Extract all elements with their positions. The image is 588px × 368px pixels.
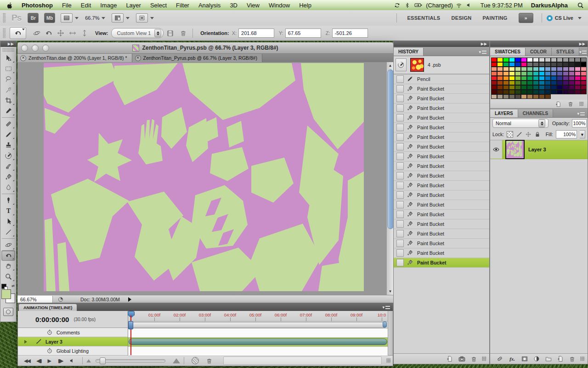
color-swatch[interactable] xyxy=(491,58,497,62)
status-proxy-icon[interactable] xyxy=(57,296,64,303)
color-swatch[interactable] xyxy=(533,67,539,71)
onion-skins-button[interactable] xyxy=(192,357,199,364)
arrange-documents-control[interactable] xyxy=(112,13,130,23)
color-swatch[interactable] xyxy=(515,80,521,85)
brush-icon[interactable] xyxy=(35,338,42,345)
history-state-row[interactable]: Paint Bucket xyxy=(394,181,489,190)
color-swatch[interactable] xyxy=(581,85,587,90)
color-swatch[interactable] xyxy=(503,58,509,62)
color-swatch[interactable] xyxy=(509,76,515,80)
move-tool[interactable] xyxy=(1,53,15,63)
color-swatch[interactable] xyxy=(527,85,533,90)
color-swatch[interactable] xyxy=(527,76,533,80)
color-swatch[interactable] xyxy=(539,58,545,62)
menu-clock[interactable]: Tue 9:37:52 PM xyxy=(481,2,523,9)
dock-collapse-bar[interactable]: ▶▶ xyxy=(394,41,489,47)
history-brush-source-checkbox[interactable] xyxy=(396,240,404,247)
color-swatch[interactable] xyxy=(509,94,515,99)
color-swatch[interactable] xyxy=(539,71,545,76)
playhead-marker[interactable] xyxy=(128,311,135,318)
color-swatch[interactable] xyxy=(533,94,539,99)
view-select[interactable]: Custom View 1 xyxy=(111,28,164,38)
color-swatch[interactable] xyxy=(557,62,563,67)
playhead-grab[interactable] xyxy=(128,321,133,329)
hand-tool[interactable] xyxy=(1,261,15,271)
timeline-zoom-thumb[interactable] xyxy=(100,357,106,364)
color-swatch[interactable] xyxy=(491,94,497,99)
lock-transparency-button[interactable] xyxy=(507,131,513,138)
color-swatch[interactable] xyxy=(569,71,575,76)
work-area-end-handle[interactable] xyxy=(383,322,387,328)
history-state-row[interactable]: Paint Bucket xyxy=(394,113,489,123)
color-swatch[interactable] xyxy=(491,62,497,67)
color-swatch[interactable] xyxy=(545,94,551,99)
scroll-down-arrow[interactable]: ▼ xyxy=(387,288,393,295)
workspace-button-design[interactable]: DESIGN xyxy=(446,13,477,23)
history-state-row[interactable]: Paint Bucket xyxy=(394,84,489,94)
history-brush-source-checkbox[interactable] xyxy=(396,230,404,237)
history-brush-source-checkbox[interactable] xyxy=(396,249,404,257)
color-swatch[interactable] xyxy=(563,67,569,71)
history-snapshot-row[interactable]: 4 .psb xyxy=(394,56,489,75)
timeline-tab[interactable]: ANIMATION (TIMELINE) xyxy=(19,304,77,311)
user-menu[interactable]: DarkusAlpha xyxy=(531,2,568,9)
track-lane-comments[interactable] xyxy=(128,328,388,338)
line-tool[interactable] xyxy=(1,227,15,237)
add-layer-mask-button[interactable] xyxy=(521,355,528,362)
history-brush-source-checkbox[interactable] xyxy=(396,153,404,160)
color-swatch[interactable] xyxy=(545,80,551,85)
battery-icon[interactable] xyxy=(413,1,424,9)
color-swatch[interactable] xyxy=(521,62,527,67)
history-brush-source-checkbox[interactable] xyxy=(396,143,404,150)
color-swatch[interactable] xyxy=(527,67,533,71)
current-tool-button[interactable] xyxy=(10,27,26,39)
fill-field[interactable]: 100% xyxy=(556,130,577,138)
color-swatch[interactable] xyxy=(533,62,539,67)
magic-wand-tool[interactable] xyxy=(1,85,15,95)
history-brush-source-checkbox[interactable] xyxy=(396,172,404,179)
tools-panel-header[interactable]: ▶▶ xyxy=(0,41,16,47)
path-selection-tool[interactable] xyxy=(1,216,15,227)
color-swatch[interactable] xyxy=(527,71,533,76)
zoom-tool[interactable] xyxy=(1,271,15,282)
color-swatch[interactable] xyxy=(515,62,521,67)
color-swatch[interactable] xyxy=(569,80,575,85)
history-state-row[interactable]: Paint Bucket xyxy=(394,161,489,171)
tab-history[interactable]: HISTORY xyxy=(394,48,424,56)
color-swatch[interactable] xyxy=(563,76,569,80)
color-swatch[interactable] xyxy=(539,80,545,85)
type-tool[interactable] xyxy=(1,206,15,216)
color-swatch[interactable] xyxy=(533,90,539,94)
cs-live-menu[interactable]: CS Live xyxy=(547,15,582,21)
color-swatch[interactable] xyxy=(503,76,509,80)
history-state-row[interactable]: Paint Bucket xyxy=(394,248,489,258)
color-swatch[interactable] xyxy=(545,67,551,71)
history-panel-menu[interactable]: ▾ xyxy=(479,50,489,56)
history-state-row[interactable]: Paint Bucket xyxy=(394,94,489,104)
menu-item-help[interactable]: Help xyxy=(294,2,316,9)
color-swatch[interactable] xyxy=(503,67,509,71)
zoom-in-timeline-icon[interactable] xyxy=(173,358,180,363)
menu-app-name[interactable]: Photoshop xyxy=(17,2,57,9)
history-brush-source-checkbox[interactable] xyxy=(396,85,404,92)
color-swatch[interactable] xyxy=(521,80,527,85)
color-swatch[interactable] xyxy=(515,85,521,90)
vertical-scrollbar[interactable]: ▲ ▼ xyxy=(386,62,393,295)
menu-item-3d[interactable]: 3D xyxy=(225,2,242,9)
workspace-button-painting[interactable]: PAINTING xyxy=(477,13,513,23)
color-swatch[interactable] xyxy=(521,71,527,76)
color-swatch[interactable] xyxy=(515,58,521,62)
history-state-row[interactable]: Paint Bucket xyxy=(394,171,489,181)
color-swatch[interactable] xyxy=(575,90,581,94)
quick-mask-button[interactable] xyxy=(3,308,13,316)
color-swatch[interactable] xyxy=(497,94,503,99)
color-swatch[interactable] xyxy=(563,90,569,94)
color-swatch[interactable] xyxy=(521,58,527,62)
new-swatch-button[interactable] xyxy=(555,101,562,108)
spotlight-icon[interactable] xyxy=(576,1,584,9)
color-swatch[interactable] xyxy=(563,80,569,85)
eyedropper-tool[interactable] xyxy=(1,106,15,116)
color-swatch[interactable] xyxy=(491,67,497,71)
wifi-icon[interactable] xyxy=(455,1,463,9)
panel-resize-grip[interactable] xyxy=(482,356,486,361)
